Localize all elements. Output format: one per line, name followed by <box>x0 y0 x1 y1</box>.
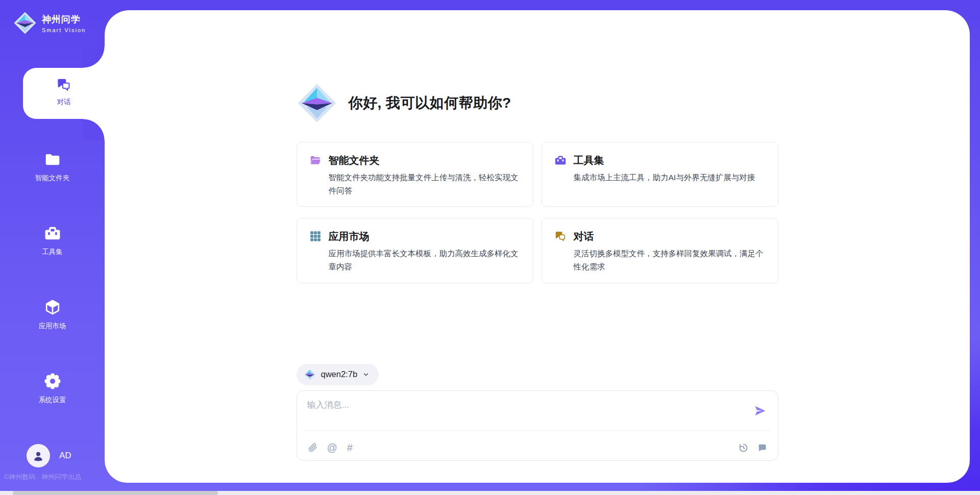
sidebar-item-label: 应用市场 <box>0 321 105 331</box>
sidebar-item-label: 工具集 <box>0 247 105 257</box>
composer-divider <box>305 430 770 431</box>
user-initials: AD <box>59 451 71 461</box>
copyright-text: ©神州数码 · 神州问学出品 <box>4 473 81 482</box>
toolbox-icon <box>44 225 61 244</box>
send-icon[interactable] <box>753 404 767 417</box>
message-input[interactable] <box>307 399 736 426</box>
sidebar-item-chat[interactable]: 对话 <box>23 68 105 119</box>
paperclip-icon[interactable] <box>307 442 317 453</box>
folder-open-icon <box>309 154 322 166</box>
model-logo-diamond-icon <box>304 368 316 381</box>
folder-icon <box>44 151 61 170</box>
sidebar-item-toolset[interactable]: 工具集 <box>0 225 105 257</box>
greeting: 你好, 我可以如何帮助你? <box>297 83 778 123</box>
card-description: 智能文件夹功能支持批量文件上传与清洗，轻松实现文件问答 <box>329 171 521 197</box>
at-icon[interactable]: @ <box>327 442 337 453</box>
person-icon <box>31 449 45 463</box>
chat-icon <box>56 85 71 94</box>
cube-icon <box>44 299 61 318</box>
sidebar-item-smart-folder[interactable]: 智能文件夹 <box>0 151 105 183</box>
horizontal-scrollbar <box>0 491 980 495</box>
sidebar-item-settings[interactable]: 系统设置 <box>0 373 105 405</box>
toolbox-icon <box>554 154 567 166</box>
history-icon[interactable] <box>738 442 749 453</box>
card-title: 对话 <box>574 229 766 244</box>
card-title: 工具集 <box>574 153 755 168</box>
grid-icon <box>309 230 322 242</box>
brand: 神州问学 Smart Vision <box>13 11 86 35</box>
active-tab-bottom-fillet <box>83 119 105 140</box>
chat-icon <box>554 230 567 242</box>
gear-icon <box>44 373 61 392</box>
avatar <box>27 444 50 467</box>
horizontal-scrollbar-thumb[interactable] <box>13 491 218 495</box>
card-title: 应用市场 <box>329 229 521 244</box>
card-description: 灵活切换多模型文件，支持多样回复效果调试，满足个性化需求 <box>574 247 766 273</box>
message-composer: @ # <box>297 390 778 461</box>
greeting-logo-diamond-icon <box>297 83 337 123</box>
sidebar: 神州问学 Smart Vision 对话 智能文件夹 <box>0 0 105 495</box>
brand-logo-diamond-icon <box>13 11 37 35</box>
card-smart-folder[interactable]: 智能文件夹 智能文件夹功能支持批量文件上传与清洗，轻松实现文件问答 <box>297 142 533 207</box>
model-name: qwen2:7b <box>321 369 358 379</box>
card-title: 智能文件夹 <box>329 153 521 168</box>
main-panel: 你好, 我可以如何帮助你? 智能文件夹 智能文件夹功能支持批量文件上传与清洗，轻… <box>105 10 970 483</box>
greeting-title: 你好, 我可以如何帮助你? <box>349 93 511 113</box>
sidebar-item-label: 系统设置 <box>0 395 105 405</box>
chevron-down-icon <box>362 371 370 378</box>
chat-bubble-icon[interactable] <box>757 442 768 453</box>
hash-icon[interactable]: # <box>347 442 353 453</box>
card-description: 应用市场提供丰富长文本模板，助力高效生成多样化文章内容 <box>329 247 521 273</box>
sidebar-item-label: 对话 <box>23 97 105 107</box>
card-toolset[interactable]: 工具集 集成市场上主流工具，助力AI与外界无缝扩展与对接 <box>542 142 778 207</box>
sidebar-item-app-market[interactable]: 应用市场 <box>0 299 105 331</box>
feature-cards: 智能文件夹 智能文件夹功能支持批量文件上传与清洗，轻松实现文件问答 <box>297 142 778 283</box>
active-tab-top-fillet <box>83 46 105 68</box>
card-description: 集成市场上主流工具，助力AI与外界无缝扩展与对接 <box>574 171 755 184</box>
sidebar-item-label: 智能文件夹 <box>0 174 105 183</box>
card-app-market[interactable]: 应用市场 应用市场提供丰富长文本模板，助力高效生成多样化文章内容 <box>297 218 533 283</box>
brand-name: 神州问学 <box>42 13 86 26</box>
card-chat[interactable]: 对话 灵活切换多模型文件，支持多样回复效果调试，满足个性化需求 <box>542 218 778 283</box>
user-account[interactable]: AD <box>27 444 71 467</box>
model-selector[interactable]: qwen2:7b <box>297 364 379 385</box>
brand-subtitle: Smart Vision <box>42 27 86 33</box>
